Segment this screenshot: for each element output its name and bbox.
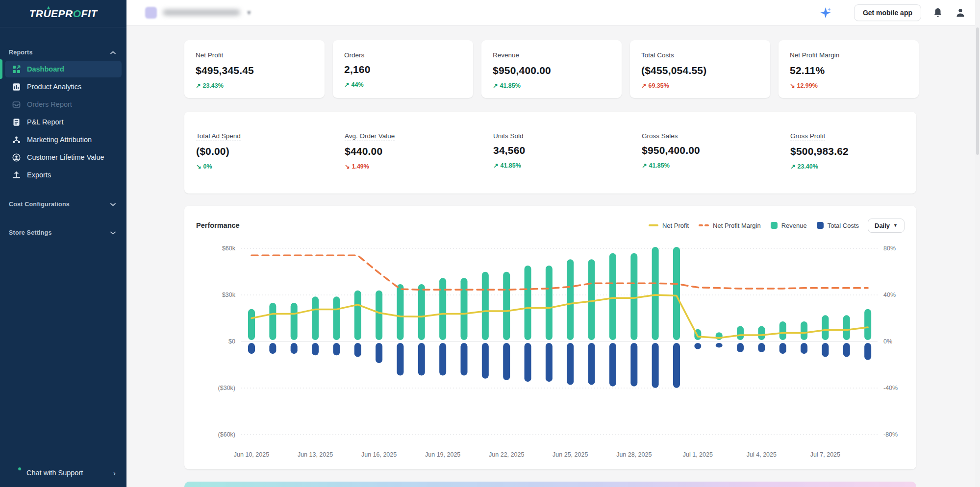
total-costs-bar[interactable] — [376, 343, 382, 363]
total-costs-bar[interactable] — [418, 343, 425, 376]
revenue-bar[interactable] — [376, 291, 382, 340]
sidebar-item-product-analytics[interactable]: Product Analytics — [5, 78, 122, 95]
total-costs-bar[interactable] — [758, 343, 765, 352]
get-mobile-app-button[interactable]: Get mobile app — [854, 4, 921, 21]
net-profit-margin-line[interactable] — [251, 255, 868, 290]
revenue-bar[interactable] — [461, 278, 468, 340]
topbar: ▼ Get mobile app — [126, 0, 980, 25]
total-costs-bar[interactable] — [588, 343, 595, 385]
total-costs-bar[interactable] — [248, 343, 255, 354]
chat-with-support-button[interactable]: Chat with Support › — [0, 459, 126, 487]
total-costs-bar[interactable] — [822, 343, 829, 357]
revenue-bar[interactable] — [418, 284, 425, 340]
sidebar-section-store-settings[interactable]: Store Settings — [0, 225, 126, 240]
revenue-bar[interactable] — [673, 247, 680, 340]
revenue-bar[interactable] — [801, 321, 807, 340]
revenue-bar[interactable] — [630, 253, 637, 340]
revenue-bar[interactable] — [737, 326, 744, 341]
trend-up-icon: ↗ — [344, 81, 349, 88]
user-account-icon[interactable] — [955, 7, 966, 19]
sidebar-item-marketing-attribution[interactable]: Marketing Attribution — [5, 131, 122, 148]
revenue-bar[interactable] — [312, 296, 319, 340]
revenue-bar[interactable] — [269, 303, 276, 340]
sidebar-item-p-l-report[interactable]: P&L Report — [5, 114, 122, 130]
total-costs-bar[interactable] — [461, 343, 468, 376]
sidebar-item-exports[interactable]: Exports — [5, 167, 122, 183]
total-costs-bar[interactable] — [525, 343, 531, 382]
kpi-label[interactable]: Revenue — [493, 51, 519, 60]
total-costs-bar[interactable] — [503, 343, 510, 380]
revenue-bar[interactable] — [397, 284, 403, 340]
legend-net-profit-margin[interactable]: Net Profit Margin — [699, 222, 761, 229]
revenue-bar[interactable] — [503, 272, 510, 340]
kpi-label[interactable]: Total Costs — [641, 51, 674, 60]
kpi-label[interactable]: Gross Profit — [790, 132, 825, 141]
revenue-bar[interactable] — [439, 278, 446, 340]
total-costs-bar[interactable] — [630, 343, 637, 387]
topbar-divider — [843, 7, 843, 19]
sidebar-section-cost-configurations[interactable]: Cost Configurations — [0, 197, 126, 212]
revenue-bar[interactable] — [567, 259, 574, 340]
revenue-bar[interactable] — [822, 315, 829, 340]
total-costs-bar[interactable] — [694, 343, 701, 349]
revenue-bar[interactable] — [864, 309, 871, 340]
kpi-label[interactable]: Net Profit — [196, 51, 223, 60]
revenue-bar[interactable] — [779, 321, 786, 340]
revenue-bar[interactable] — [609, 253, 616, 340]
total-costs-bar[interactable] — [269, 343, 276, 354]
total-costs-bar[interactable] — [652, 343, 659, 388]
revenue-bar[interactable] — [843, 315, 850, 340]
total-costs-bar[interactable] — [439, 343, 446, 376]
promo-banner[interactable] — [184, 482, 916, 487]
revenue-bar[interactable] — [291, 303, 298, 340]
sidebar-item-dashboard[interactable]: Dashboard — [5, 61, 122, 77]
chart-plot-area[interactable]: $60k80%$30k40%$00%($30k)-40%($60k)-80%Ju… — [196, 241, 905, 468]
legend-label: Revenue — [781, 222, 807, 229]
store-selector[interactable]: ▼ — [145, 7, 252, 19]
notifications-bell-icon[interactable] — [932, 7, 944, 19]
revenue-bar[interactable] — [333, 296, 340, 340]
scrollbar-track[interactable] — [975, 0, 980, 487]
legend-net-profit[interactable]: Net Profit — [649, 222, 689, 229]
sidebar-item-customer-lifetime-value[interactable]: Customer Lifetime Value — [5, 149, 122, 166]
total-costs-bar[interactable] — [609, 343, 616, 387]
revenue-bar[interactable] — [248, 309, 255, 340]
revenue-bar[interactable] — [525, 266, 531, 340]
net-profit-line[interactable] — [251, 295, 868, 338]
total-costs-bar[interactable] — [673, 343, 680, 388]
trend-up-icon: ↗ — [493, 82, 498, 89]
total-costs-bar[interactable] — [312, 343, 319, 355]
sparkle-icon[interactable] — [819, 6, 832, 19]
kpi-value: ($0.00) — [196, 146, 336, 157]
total-costs-bar[interactable] — [333, 343, 340, 355]
total-costs-bar[interactable] — [843, 343, 850, 357]
total-costs-bar[interactable] — [482, 343, 489, 379]
revenue-bar[interactable] — [758, 326, 765, 341]
legend-revenue[interactable]: Revenue — [771, 222, 807, 229]
kpi-label[interactable]: Total Ad Spend — [196, 132, 241, 141]
total-costs-bar[interactable] — [567, 343, 574, 385]
legend-total-costs[interactable]: Total Costs — [817, 222, 859, 229]
total-costs-bar[interactable] — [864, 343, 871, 360]
kpi-label[interactable]: Avg. Order Value — [345, 132, 395, 141]
interval-dropdown[interactable]: Daily ▼ — [868, 219, 905, 233]
revenue-bar[interactable] — [716, 332, 723, 340]
x-axis-tick: Jun 25, 2025 — [553, 451, 588, 458]
sidebar-item-orders-report[interactable]: Orders Report — [5, 96, 122, 113]
total-costs-bar[interactable] — [397, 343, 403, 376]
total-costs-bar[interactable] — [737, 343, 744, 352]
revenue-bar[interactable] — [546, 266, 553, 340]
total-costs-bar[interactable] — [354, 343, 361, 357]
total-costs-bar[interactable] — [779, 343, 786, 354]
total-costs-bar[interactable] — [716, 343, 723, 348]
kpi-label[interactable]: Net Profit Margin — [790, 51, 839, 60]
revenue-bar[interactable] — [588, 259, 595, 340]
revenue-bar[interactable] — [482, 272, 489, 340]
total-costs-bar[interactable] — [801, 343, 807, 354]
sidebar-section-reports[interactable]: Reports — [0, 45, 126, 60]
revenue-bar[interactable] — [652, 247, 659, 340]
total-costs-bar[interactable] — [546, 343, 553, 382]
scrollbar-thumb[interactable] — [976, 27, 979, 155]
total-costs-bar[interactable] — [291, 343, 298, 354]
revenue-bar[interactable] — [354, 291, 361, 340]
